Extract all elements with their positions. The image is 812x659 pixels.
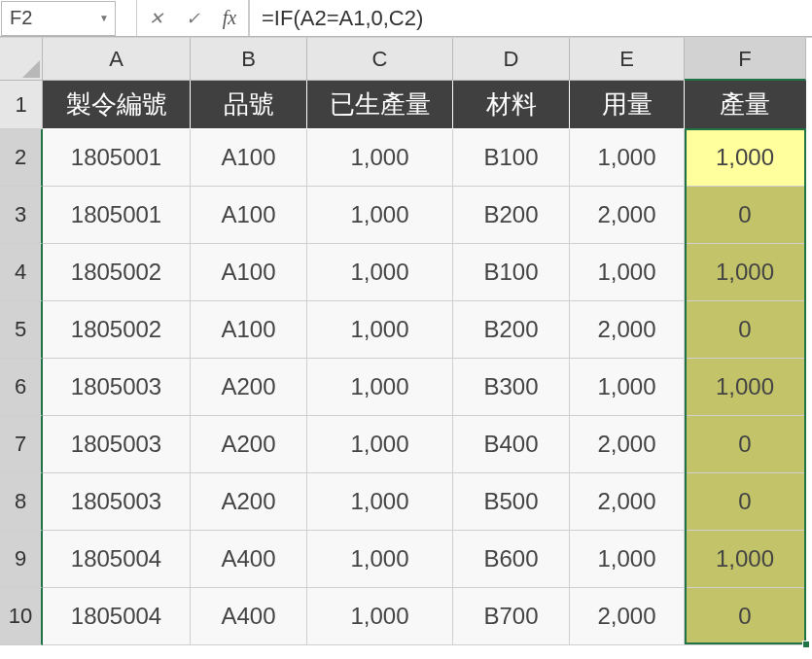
cell-A7[interactable]: 1805003 — [43, 416, 191, 473]
cell-E9[interactable]: 1,000 — [570, 531, 685, 588]
cell-B8[interactable]: A200 — [191, 473, 307, 531]
header-cell[interactable]: 材料 — [453, 81, 570, 129]
row-header-5[interactable]: 5 — [0, 301, 43, 359]
name-box[interactable]: F2 ▼ — [1, 1, 116, 36]
cell-C2[interactable]: 1,000 — [307, 129, 453, 187]
cell-C9[interactable]: 1,000 — [307, 531, 453, 588]
cell-F5[interactable]: 0 — [685, 301, 806, 359]
cell-F2[interactable]: 1,000 — [685, 129, 806, 187]
cell-A5[interactable]: 1805002 — [43, 301, 191, 359]
cell-B2[interactable]: A100 — [191, 129, 307, 187]
row-header-1[interactable]: 1 — [0, 81, 43, 129]
row-header-9[interactable]: 9 — [0, 531, 43, 588]
formula-buttons: ✕ ✓ fx — [136, 0, 249, 36]
cell-B6[interactable]: A200 — [191, 359, 307, 416]
cell-D3[interactable]: B200 — [453, 187, 570, 244]
cell-E5[interactable]: 2,000 — [570, 301, 685, 359]
cell-F4[interactable]: 1,000 — [685, 244, 806, 301]
cell-F3[interactable]: 0 — [685, 187, 806, 244]
row-header-4[interactable]: 4 — [0, 244, 43, 301]
cell-D6[interactable]: B300 — [453, 359, 570, 416]
header-cell[interactable]: 已生產量 — [307, 81, 453, 129]
fx-icon[interactable]: fx — [217, 6, 242, 31]
cell-D10[interactable]: B700 — [453, 588, 570, 645]
row-header-3[interactable]: 3 — [0, 187, 43, 244]
cell-F8[interactable]: 0 — [685, 473, 806, 531]
header-cell[interactable]: 產量 — [685, 81, 806, 129]
cell-F9[interactable]: 1,000 — [685, 531, 806, 588]
cell-A6[interactable]: 1805003 — [43, 359, 191, 416]
row-header-7[interactable]: 7 — [0, 416, 43, 473]
cell-D7[interactable]: B400 — [453, 416, 570, 473]
col-header-A[interactable]: A — [43, 38, 191, 81]
cell-E2[interactable]: 1,000 — [570, 129, 685, 187]
cell-A10[interactable]: 1805004 — [43, 588, 191, 645]
cell-B5[interactable]: A100 — [191, 301, 307, 359]
cell-E8[interactable]: 2,000 — [570, 473, 685, 531]
cell-D9[interactable]: B600 — [453, 531, 570, 588]
formula-text: =IF(A2=A1,0,C2) — [262, 6, 423, 31]
cell-F6[interactable]: 1,000 — [685, 359, 806, 416]
cell-B10[interactable]: A400 — [191, 588, 307, 645]
cell-A4[interactable]: 1805002 — [43, 244, 191, 301]
name-box-value: F2 — [10, 7, 32, 29]
cell-C4[interactable]: 1,000 — [307, 244, 453, 301]
cell-C3[interactable]: 1,000 — [307, 187, 453, 244]
cell-C5[interactable]: 1,000 — [307, 301, 453, 359]
cell-B3[interactable]: A100 — [191, 187, 307, 244]
cell-D4[interactable]: B100 — [453, 244, 570, 301]
cell-E3[interactable]: 2,000 — [570, 187, 685, 244]
formula-bar: F2 ▼ ✕ ✓ fx =IF(A2=A1,0,C2) — [0, 0, 812, 37]
cell-D2[interactable]: B100 — [453, 129, 570, 187]
cell-F7[interactable]: 0 — [685, 416, 806, 473]
cell-C10[interactable]: 1,000 — [307, 588, 453, 645]
cell-E10[interactable]: 2,000 — [570, 588, 685, 645]
col-header-B[interactable]: B — [191, 38, 307, 81]
row-header-8[interactable]: 8 — [0, 473, 43, 531]
cancel-icon[interactable]: ✕ — [143, 6, 168, 31]
sheet-container: A B C D E F 1 製令編號 品號 已生產量 材料 用量 產量 2 18… — [0, 37, 812, 645]
col-header-D[interactable]: D — [453, 38, 570, 81]
header-cell[interactable]: 製令編號 — [43, 81, 191, 129]
cell-C8[interactable]: 1,000 — [307, 473, 453, 531]
cell-E6[interactable]: 1,000 — [570, 359, 685, 416]
row-header-10[interactable]: 10 — [0, 588, 43, 645]
cell-A3[interactable]: 1805001 — [43, 187, 191, 244]
cell-B7[interactable]: A200 — [191, 416, 307, 473]
row-header-6[interactable]: 6 — [0, 359, 43, 416]
cell-B4[interactable]: A100 — [191, 244, 307, 301]
row-header-2[interactable]: 2 — [0, 129, 43, 187]
cell-E7[interactable]: 2,000 — [570, 416, 685, 473]
enter-icon[interactable]: ✓ — [180, 6, 205, 31]
select-all-corner[interactable] — [0, 38, 43, 81]
cell-A9[interactable]: 1805004 — [43, 531, 191, 588]
col-header-E[interactable]: E — [570, 38, 685, 81]
col-header-C[interactable]: C — [307, 38, 453, 81]
col-header-F[interactable]: F — [685, 38, 806, 81]
cell-C6[interactable]: 1,000 — [307, 359, 453, 416]
cell-E4[interactable]: 1,000 — [570, 244, 685, 301]
header-cell[interactable]: 品號 — [191, 81, 307, 129]
cell-F10[interactable]: 0 — [685, 588, 806, 645]
header-cell[interactable]: 用量 — [570, 81, 685, 129]
cell-A2[interactable]: 1805001 — [43, 129, 191, 187]
spreadsheet[interactable]: A B C D E F 1 製令編號 品號 已生產量 材料 用量 產量 2 18… — [0, 37, 812, 645]
dropdown-icon[interactable]: ▼ — [99, 13, 109, 23]
cell-A8[interactable]: 1805003 — [43, 473, 191, 531]
fill-handle[interactable] — [802, 641, 810, 648]
formula-input[interactable]: =IF(A2=A1,0,C2) — [249, 0, 812, 36]
cell-D8[interactable]: B500 — [453, 473, 570, 531]
cell-D5[interactable]: B200 — [453, 301, 570, 359]
cell-C7[interactable]: 1,000 — [307, 416, 453, 473]
cell-B9[interactable]: A400 — [191, 531, 307, 588]
